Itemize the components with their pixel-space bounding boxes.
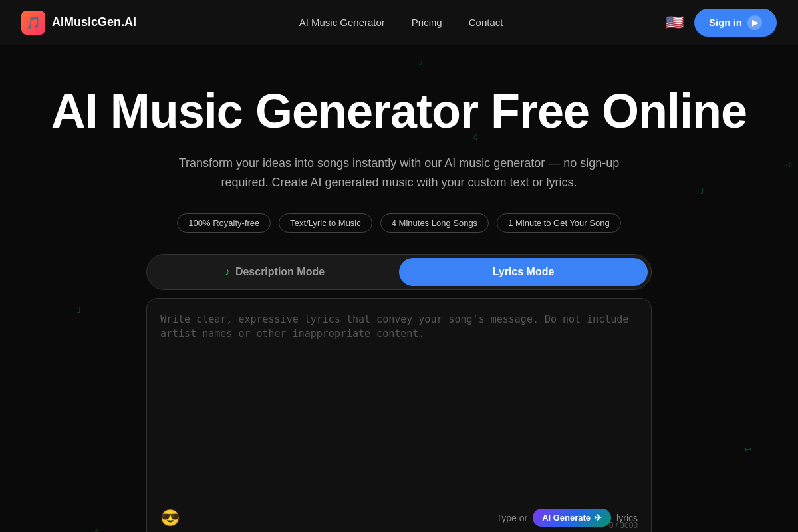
description-mode-button[interactable]: ♪ Description Mode [150, 258, 399, 286]
nav-link-contact[interactable]: Contact [469, 17, 503, 28]
music-note-icon: ♪ [225, 266, 230, 278]
emoji-button[interactable]: 😎 [160, 509, 180, 527]
emoji-area: 😎 [160, 509, 180, 527]
logo-icon: 🎵 [21, 11, 45, 35]
textarea-footer: 😎 Type or AI Generate ✈ lyrics [160, 509, 638, 527]
badge-minutes-long: 4 Minutes Long Songs [380, 213, 489, 233]
lyrics-input-container: 😎 Type or AI Generate ✈ lyrics 0 / 3000 [146, 298, 652, 532]
lyrics-textarea[interactable] [160, 312, 638, 498]
send-icon: ✈ [595, 513, 602, 523]
badge-one-minute: 1 Minute to Get Your Song [497, 213, 621, 233]
ai-generate-button[interactable]: AI Generate ✈ [533, 509, 611, 527]
language-flag[interactable]: 🇺🇸 [666, 14, 684, 31]
char-count: 0 / 3000 [609, 521, 638, 530]
hero-title: AI Music Generator Free Online [27, 85, 771, 138]
lyrics-mode-button[interactable]: Lyrics Mode [399, 258, 648, 286]
deco-note-7: ♪ [93, 524, 98, 532]
hero-section: ♩ ♫ ♪ ♩ ♫ ↩ ♪ AI Music Generator Free On… [0, 45, 798, 532]
mode-toggle: ♪ Description Mode Lyrics Mode [146, 254, 652, 290]
deco-note-4: ♩ [76, 305, 81, 315]
sign-in-button[interactable]: Sign in ▶ [694, 9, 777, 37]
deco-note-6: ↩ [744, 444, 751, 454]
deco-note-1: ♩ [419, 59, 422, 66]
logo-text: AIMusicGen.AI [52, 15, 136, 29]
navbar: 🎵 AIMusicGen.AI AI Music Generator Prici… [0, 0, 798, 45]
nav-link-pricing[interactable]: Pricing [412, 17, 442, 28]
deco-note-5: ♫ [785, 158, 792, 169]
nav-link-ai-music-generator[interactable]: AI Music Generator [299, 17, 385, 28]
nav-right: 🇺🇸 Sign in ▶ [666, 9, 777, 37]
feature-badges: 100% Royalty-free Text/Lyric to Music 4 … [27, 213, 771, 233]
hero-subtitle: Transform your ideas into songs instantl… [173, 154, 625, 192]
ai-generate-pre-text: Type or [496, 513, 527, 523]
nav-links: AI Music Generator Pricing Contact [299, 17, 503, 28]
arrow-right-icon: ▶ [747, 15, 762, 30]
logo[interactable]: 🎵 AIMusicGen.AI [21, 11, 136, 35]
badge-royalty-free: 100% Royalty-free [177, 213, 271, 233]
deco-note-3: ♪ [700, 185, 705, 197]
badge-text-lyric: Text/Lyric to Music [279, 213, 372, 233]
